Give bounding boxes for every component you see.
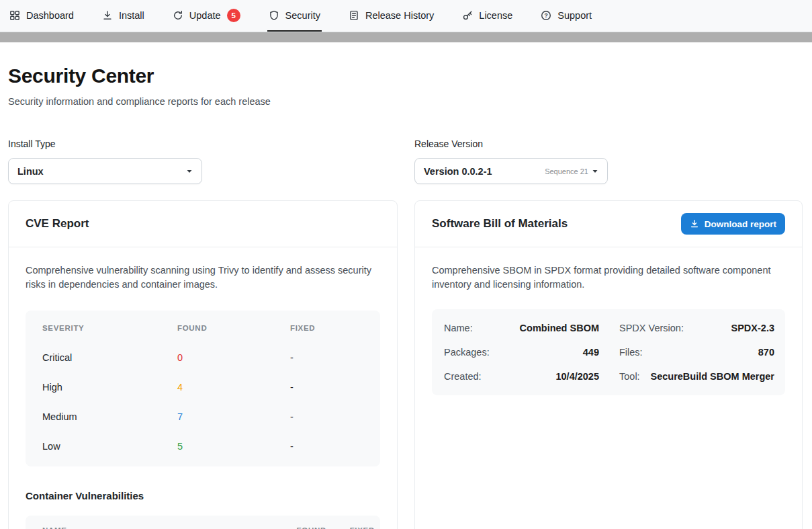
sequence-hint: Sequence 21 bbox=[545, 167, 588, 175]
tab-release-history[interactable]: Release History bbox=[347, 0, 435, 32]
chevron-down-icon bbox=[186, 168, 193, 175]
tab-install[interactable]: Install bbox=[101, 0, 146, 32]
detail-value: SecureBuild SBOM Merger bbox=[650, 371, 774, 382]
top-navigation: Dashboard Install Update 5 bbox=[0, 0, 812, 32]
table-row: Critical 0 - bbox=[26, 343, 380, 372]
support-help-icon: ? bbox=[541, 10, 551, 21]
fixed-count: - bbox=[290, 352, 380, 363]
page-title: Security Center bbox=[8, 65, 804, 87]
tab-dashboard[interactable]: Dashboard bbox=[8, 0, 75, 32]
sbom-detail-files: Files: 870 bbox=[619, 340, 774, 364]
found-count: 4 bbox=[177, 382, 290, 393]
col-severity: Severity bbox=[42, 324, 177, 332]
release-version-value: Version 0.0.2-1 bbox=[424, 166, 492, 177]
detail-label: Tool: bbox=[619, 371, 640, 382]
sbom-detail-name: Name: Combined SBOM bbox=[444, 316, 599, 340]
update-icon bbox=[173, 10, 183, 21]
severity-table-header: Severity Found Fixed bbox=[26, 313, 380, 343]
cve-report-card: CVE Report Comprehensive vulnerability s… bbox=[8, 200, 398, 529]
svg-text:?: ? bbox=[545, 12, 548, 19]
fixed-count: - bbox=[290, 382, 380, 393]
tab-security[interactable]: Security bbox=[267, 0, 322, 32]
sbom-card: Software Bill of Materials Download repo… bbox=[414, 200, 803, 529]
container-vulnerabilities-title: Container Vulnerabilities bbox=[26, 490, 380, 501]
filters-row: Install Type Linux Release Version Versi… bbox=[8, 138, 804, 184]
detail-label: SPDX Version: bbox=[619, 323, 684, 333]
tab-label: Update bbox=[189, 10, 221, 21]
sbom-detail-created: Created: 10/4/2025 bbox=[444, 364, 599, 389]
sbom-detail-packages: Packages: 449 bbox=[444, 340, 599, 364]
horizontal-scrollbar[interactable] bbox=[0, 32, 812, 42]
detail-label: Files: bbox=[619, 347, 643, 358]
detail-value: 10/4/2025 bbox=[555, 371, 599, 382]
download-report-button[interactable]: Download report bbox=[681, 213, 785, 235]
found-count: 7 bbox=[177, 411, 290, 422]
sbom-detail-tool: Tool: SecureBuild SBOM Merger bbox=[619, 364, 774, 389]
severity-label: Low bbox=[42, 441, 177, 452]
detail-label: Name: bbox=[444, 323, 473, 333]
found-count: 5 bbox=[177, 441, 290, 452]
detail-value: SPDX-2.3 bbox=[731, 323, 774, 333]
tab-label: Release History bbox=[365, 10, 434, 21]
tab-license[interactable]: License bbox=[461, 0, 514, 32]
page-subtitle: Security information and compliance repo… bbox=[8, 96, 804, 107]
severity-label: High bbox=[42, 382, 177, 393]
severity-label: Critical bbox=[42, 352, 177, 363]
table-row: Low 5 - bbox=[26, 432, 380, 461]
col-found: Found bbox=[271, 526, 326, 529]
severity-label: Medium bbox=[42, 411, 177, 422]
tab-label: Dashboard bbox=[26, 10, 74, 21]
detail-value: 449 bbox=[583, 347, 599, 358]
dashboard-icon bbox=[9, 10, 20, 21]
detail-value: 870 bbox=[758, 347, 774, 358]
install-type-select[interactable]: Linux bbox=[8, 158, 202, 184]
col-fixed: Fixed bbox=[290, 324, 380, 332]
fixed-count: - bbox=[290, 441, 380, 452]
tab-label: License bbox=[479, 10, 512, 21]
container-vulnerabilities-table-header: Name Found Fixed bbox=[26, 516, 380, 529]
fixed-count: - bbox=[290, 411, 380, 422]
install-type-label: Install Type bbox=[8, 138, 202, 149]
detail-label: Packages: bbox=[444, 347, 490, 358]
tab-update[interactable]: Update 5 bbox=[171, 0, 242, 32]
tab-label: Security bbox=[285, 10, 320, 21]
update-count-badge: 5 bbox=[227, 9, 240, 22]
tab-label: Support bbox=[557, 10, 592, 21]
col-fixed: Fixed bbox=[326, 526, 375, 529]
download-icon bbox=[690, 219, 699, 229]
tab-support[interactable]: ? Support bbox=[539, 0, 593, 32]
cve-report-title: CVE Report bbox=[26, 217, 89, 231]
sbom-detail-spdx-version: SPDX Version: SPDX-2.3 bbox=[619, 316, 774, 340]
found-count: 0 bbox=[177, 352, 290, 363]
sbom-title: Software Bill of Materials bbox=[432, 217, 568, 231]
download-report-label: Download report bbox=[705, 219, 776, 229]
severity-table: Severity Found Fixed Critical 0 - High 4 bbox=[26, 311, 380, 466]
release-history-icon bbox=[349, 10, 359, 21]
cve-report-description: Comprehensive vulnerability scanning usi… bbox=[26, 263, 380, 292]
detail-label: Created: bbox=[444, 371, 482, 382]
col-found: Found bbox=[177, 324, 290, 332]
security-shield-icon bbox=[269, 10, 279, 21]
table-row: Medium 7 - bbox=[26, 402, 380, 432]
col-name: Name bbox=[42, 526, 271, 529]
install-icon bbox=[102, 10, 113, 21]
license-key-icon bbox=[462, 10, 473, 21]
release-version-select[interactable]: Version 0.0.2-1 Sequence 21 bbox=[414, 158, 608, 184]
chevron-down-icon bbox=[592, 168, 598, 175]
sbom-description: Comprehensive SBOM in SPDX format provid… bbox=[432, 263, 785, 292]
table-row: High 4 - bbox=[26, 372, 380, 402]
tab-label: Install bbox=[119, 10, 144, 21]
release-version-label: Release Version bbox=[414, 138, 608, 149]
sbom-details-panel: Name: Combined SBOM SPDX Version: SPDX-2… bbox=[432, 309, 785, 395]
install-type-value: Linux bbox=[17, 166, 44, 177]
security-center-page: Dashboard Install Update 5 bbox=[0, 0, 812, 529]
detail-value: Combined SBOM bbox=[520, 323, 599, 333]
